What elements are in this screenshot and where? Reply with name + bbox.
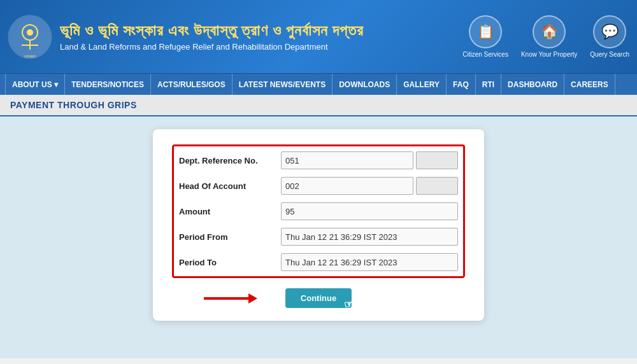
nav-acts[interactable]: ACTS/RULES/GOS [151, 74, 233, 95]
head-account-extra [416, 177, 459, 195]
know-property-icon: 🏠 [533, 15, 566, 48]
arrow-shaft [204, 297, 248, 300]
dept-ref-extra [416, 151, 459, 169]
period-from-input[interactable] [281, 228, 458, 246]
head-account-input-group [281, 177, 458, 195]
dept-ref-input[interactable] [281, 151, 413, 169]
continue-button[interactable]: Continue ☞ [285, 288, 352, 308]
citizen-services-icon-item[interactable]: 📋 Citizen Services [462, 15, 508, 58]
nav-dashboard[interactable]: DASHBOARD [501, 74, 564, 95]
period-to-input[interactable] [281, 253, 458, 271]
nav-about-us[interactable]: ABOUT US ▾ [5, 74, 65, 95]
head-account-label: Head Of Account [179, 181, 281, 191]
dept-ref-label: Dept. Reference No. [179, 156, 281, 165]
svg-text:লাভজ্ঞান: লাভজ্ঞান [24, 54, 36, 59]
nav-careers[interactable]: CAREERS [564, 74, 615, 95]
fields-highlight-box: Dept. Reference No. Head Of Account Amou… [172, 144, 465, 278]
site-logo: লাভজ্ঞান [8, 15, 52, 59]
citizen-services-icon: 📋 [469, 15, 502, 48]
nav-faq[interactable]: FAQ [447, 74, 476, 95]
header-text: ভূমি ও ভূমি সংস্কার এবং উদ্বাস্তু ত্রাণ … [60, 22, 462, 52]
header: লাভজ্ঞান ভূমি ও ভূমি সংস্কার এবং উদ্বাস্… [0, 0, 637, 73]
english-title: Land & Land Reforms and Refugee Relief a… [60, 42, 462, 52]
amount-row: Amount [179, 202, 458, 220]
amount-input[interactable] [281, 202, 458, 220]
citizen-services-label: Citizen Services [462, 51, 508, 58]
query-search-icon-item[interactable]: 💬 Query Search [590, 15, 629, 58]
period-to-label: Period To [179, 258, 281, 267]
arrow-head [248, 293, 257, 304]
svg-point-0 [8, 15, 52, 59]
svg-point-2 [27, 29, 33, 36]
cursor-icon: ☞ [343, 298, 354, 311]
head-account-row: Head Of Account [179, 177, 458, 195]
period-from-row: Period From [179, 228, 458, 246]
dept-ref-row: Dept. Reference No. [179, 151, 458, 169]
know-property-icon-item[interactable]: 🏠 Know Your Property [521, 15, 577, 58]
head-account-input[interactable] [281, 177, 413, 195]
nav-downloads[interactable]: DOWNLOADS [333, 74, 397, 95]
arrow-indicator [204, 293, 257, 304]
payment-form-card: Dept. Reference No. Head Of Account Amou… [153, 129, 484, 321]
continue-section: Continue ☞ [172, 288, 465, 308]
header-icon-group: 📋 Citizen Services 🏠 Know Your Property … [462, 15, 629, 58]
nav-gallery[interactable]: GALLERY [397, 74, 447, 95]
bengali-title: ভূমি ও ভূমি সংস্কার এবং উদ্বাস্তু ত্রাণ … [60, 22, 462, 39]
nav-news[interactable]: LATEST NEWS/EVENTS [233, 74, 333, 95]
query-search-icon: 💬 [593, 15, 626, 48]
page-title: PAYMENT THROUGH GRIPS [10, 100, 137, 110]
amount-label: Amount [179, 207, 281, 216]
nav-rti[interactable]: RTI [476, 74, 501, 95]
period-to-row: Period To [179, 253, 458, 271]
know-property-label: Know Your Property [521, 51, 577, 58]
page-title-bar: PAYMENT THROUGH GRIPS [0, 95, 637, 116]
nav-bar: ABOUT US ▾ TENDERS/NOTICES ACTS/RULES/GO… [0, 73, 637, 95]
main-content: Dept. Reference No. Head Of Account Amou… [0, 116, 637, 358]
dept-ref-input-group [281, 151, 458, 169]
nav-tenders[interactable]: TENDERS/NOTICES [65, 74, 151, 95]
period-from-label: Period From [179, 232, 281, 242]
query-search-label: Query Search [590, 51, 629, 58]
